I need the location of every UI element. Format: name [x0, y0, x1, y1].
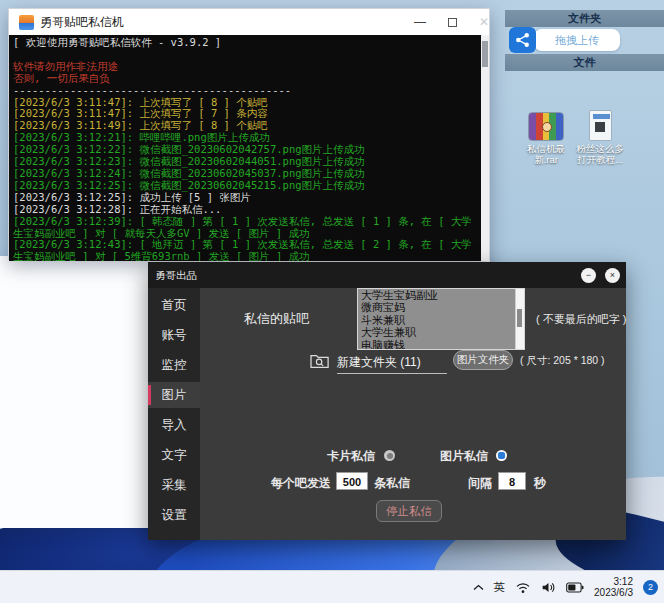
- wifi-icon[interactable]: [515, 581, 531, 594]
- battery-icon[interactable]: [566, 582, 584, 593]
- tieba-list-item[interactable]: 电脑赚钱: [358, 339, 524, 350]
- console-line: [ 欢迎使用勇哥贴吧私信软件 - v3.9.2 ]: [13, 37, 477, 49]
- minimize-button[interactable]: −: [581, 268, 596, 283]
- console-window: 勇哥贴吧私信机 — ✕ [ 欢迎使用勇哥贴吧私信软件 - v3.9.2 ] 软件…: [8, 8, 490, 260]
- close-icon[interactable]: ×: [605, 268, 620, 283]
- listbox-scrollbar[interactable]: [515, 289, 524, 349]
- dialog-title: 勇哥出品: [155, 269, 197, 283]
- console-window-title: 勇哥贴吧私信机: [40, 14, 124, 31]
- sidebar-item-4[interactable]: 导入: [148, 412, 200, 438]
- interval-suffix-label: 秒: [534, 475, 546, 492]
- desktop-icon-label: 粉丝这么多打开教程...: [572, 143, 628, 165]
- sidebar-item-2[interactable]: 监控: [148, 352, 200, 378]
- sidebar-item-0[interactable]: 首页: [148, 292, 200, 318]
- console-line: [2023/6/3 3:12:39]: [ 韩态随 ] 第 [ 1 ] 次发送私…: [13, 216, 477, 240]
- desktop-icon-winrar[interactable]: 私信机最新.rar: [518, 112, 574, 165]
- speaker-icon[interactable]: [541, 581, 556, 594]
- tieba-list-item[interactable]: 微商宝妈: [358, 301, 524, 313]
- console-line: [2023/6/3 3:12:25]: 成功上传 [5 ] 张图片: [13, 192, 477, 204]
- image-message-radio[interactable]: [496, 450, 507, 461]
- console-line: [2023/6/3 3:12:28]: 正在开始私信...: [13, 204, 477, 216]
- console-line: 否则, 一切后果自负: [13, 73, 477, 85]
- scrollbar-thumb[interactable]: [482, 41, 488, 67]
- ime-indicator[interactable]: 英: [494, 580, 506, 595]
- desktop-icon-document[interactable]: 粉丝这么多打开教程...: [572, 110, 628, 165]
- tieba-hint: ( 不要最后的吧字 ): [536, 312, 626, 327]
- console-log: [ 欢迎使用勇哥贴吧私信软件 - v3.9.2 ] 软件请勿用作非法用途否则, …: [9, 35, 489, 261]
- chevron-up-icon[interactable]: [473, 584, 484, 591]
- tieba-list-item[interactable]: 大学生宝妈副业: [358, 289, 524, 301]
- maximize-button[interactable]: [437, 9, 467, 35]
- console-line: [2023/6/3 3:12:25]: 微信截图_20230602045215.…: [13, 180, 477, 192]
- dialog-titlebar[interactable]: [148, 262, 626, 288]
- interval-label: 间隔: [468, 475, 492, 492]
- image-folder-field[interactable]: 新建文件夹 (11): [337, 354, 447, 374]
- scrollbar-thumb[interactable]: [517, 309, 522, 327]
- console-line: [2023/6/3 3:12:43]: [ 地拜迈 ] 第 [ 1 ] 次发送私…: [13, 239, 477, 261]
- message-type-row: 卡片私信 图片私信: [200, 448, 626, 464]
- console-titlebar[interactable]: 勇哥贴吧私信机 — ✕: [9, 9, 489, 35]
- sidebar-item-1[interactable]: 账号: [148, 322, 200, 348]
- sidebar-item-5[interactable]: 文字: [148, 442, 200, 468]
- sidebar-item-7[interactable]: 设置: [148, 502, 200, 528]
- taskbar: 英 3:12 2023/6/3 2: [0, 570, 664, 603]
- sidebar-item-6[interactable]: 采集: [148, 472, 200, 498]
- upload-panel-folder-header: 文件夹: [505, 10, 664, 27]
- upload-panel-file-header: 文件: [505, 54, 664, 71]
- sidebar-item-3[interactable]: 图片: [148, 382, 200, 408]
- clock[interactable]: 3:12 2023/6/3: [594, 576, 633, 599]
- drag-upload-button[interactable]: 拖拽上传: [534, 29, 620, 51]
- yongge-dialog: 勇哥出品 − × 首页账号监控图片导入文字采集设置 私信的贴吧 大学生宝妈副业微…: [148, 262, 626, 540]
- send-settings-row: 每个吧发送 500 条私信 间隔 8 秒: [200, 472, 626, 492]
- system-tray: 英 3:12 2023/6/3 2: [473, 576, 664, 599]
- send-suffix-label: 条私信: [374, 475, 410, 492]
- interval-input[interactable]: 8: [498, 472, 526, 490]
- send-prefix-label: 每个吧发送: [271, 475, 331, 492]
- folder-search-icon: [309, 352, 331, 374]
- image-message-label: 图片私信: [440, 448, 488, 465]
- tieba-list-item[interactable]: 斗米兼职: [358, 314, 524, 326]
- close-icon[interactable]: ✕: [469, 9, 499, 35]
- dialog-sidebar: 首页账号监控图片导入文字采集设置: [148, 288, 200, 540]
- document-icon: [589, 110, 612, 141]
- tieba-list-item[interactable]: 大学生兼职: [358, 326, 524, 338]
- tieba-label: 私信的贴吧: [244, 310, 309, 328]
- clock-time: 3:12: [594, 576, 633, 588]
- card-message-label: 卡片私信: [327, 448, 375, 465]
- console-scrollbar[interactable]: [481, 35, 489, 261]
- clock-date: 2023/6/3: [594, 587, 633, 599]
- size-hint: ( 尺寸: 205 * 180 ): [520, 354, 605, 368]
- desktop-icon-label: 私信机最新.rar: [518, 143, 574, 165]
- console-line: ----------------------------------------…: [13, 85, 477, 97]
- notification-badge[interactable]: 2: [643, 580, 658, 595]
- console-app-icon: [19, 15, 34, 30]
- share-upload-icon[interactable]: [509, 27, 536, 53]
- winrar-icon: [528, 112, 564, 141]
- dialog-main: 私信的贴吧 大学生宝妈副业微商宝妈斗米兼职大学生兼职电脑赚钱 ( 不要最后的吧字…: [200, 288, 626, 540]
- tieba-list-items: 大学生宝妈副业微商宝妈斗米兼职大学生兼职电脑赚钱: [358, 289, 524, 350]
- tieba-listbox[interactable]: 大学生宝妈副业微商宝妈斗米兼职大学生兼职电脑赚钱: [357, 288, 525, 350]
- minimize-button[interactable]: —: [405, 9, 435, 35]
- image-folder-button[interactable]: 图片文件夹: [453, 350, 513, 370]
- card-message-radio[interactable]: [384, 450, 395, 461]
- stop-message-button[interactable]: 停止私信: [376, 500, 442, 522]
- send-count-input[interactable]: 500: [336, 472, 368, 490]
- console-line: 软件请勿用作非法用途: [13, 61, 477, 73]
